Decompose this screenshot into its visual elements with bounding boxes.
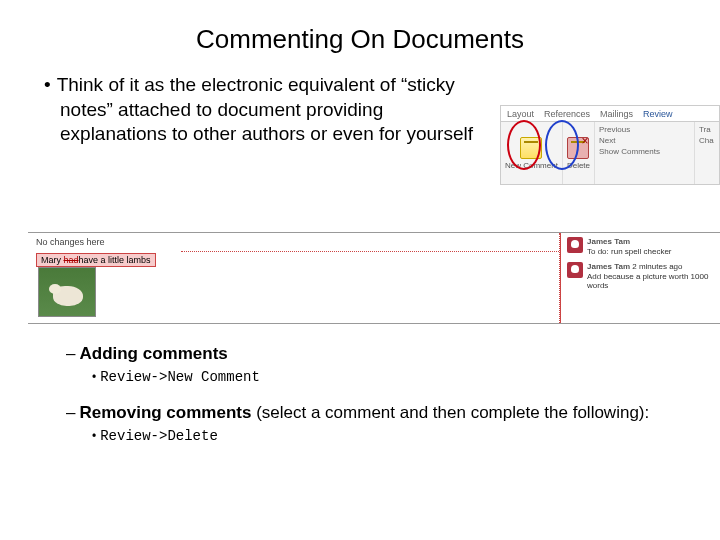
tab-review: Review — [643, 109, 673, 119]
tracking-label: Tra — [699, 124, 715, 135]
comment-1: James Tam To do: run spell checker — [567, 237, 714, 256]
lamb-image — [38, 267, 96, 317]
delete-label: Delete — [567, 161, 590, 170]
slide-title: Commenting On Documents — [0, 0, 720, 73]
strikethrough-text: had — [64, 255, 79, 265]
previous-label: Previous — [599, 124, 690, 135]
main-bullet-text: Think of it as the electronic equivalent… — [57, 74, 473, 144]
next-label: Next — [599, 135, 690, 146]
tab-mailings: Mailings — [600, 109, 633, 119]
removing-item: •Review->Delete — [60, 427, 680, 444]
tab-references: References — [544, 109, 590, 119]
ribbon-tabs: Layout References Mailings Review — [501, 106, 719, 122]
new-comment-label: New Comment — [505, 161, 558, 170]
show-comments-label: Show Comments — [599, 146, 690, 157]
adding-item: •Review->New Comment — [60, 368, 680, 385]
ribbon-right-group: Previous Next Show Comments — [595, 122, 694, 184]
comment-2-time: 2 minutes ago — [632, 262, 682, 271]
comment-1-author: James Tam — [587, 237, 672, 247]
changes-label: Cha — [699, 135, 715, 146]
new-comment-icon — [520, 137, 542, 159]
comment-2-author: James Tam — [587, 262, 630, 271]
document-example: No changes here Mary hadhave a little la… — [28, 232, 720, 324]
doc-line-2-highlighted: Mary hadhave a little lambs — [36, 253, 156, 267]
ribbon-far-group: Tra Cha — [695, 122, 719, 184]
avatar-icon — [567, 262, 583, 278]
lower-content: –Adding comments •Review->New Comment –R… — [60, 344, 680, 462]
new-comment-button: New Comment — [501, 122, 562, 184]
comment-2: James Tam 2 minutes ago Add because a pi… — [567, 262, 714, 291]
delete-icon — [567, 137, 589, 159]
removing-heading: –Removing comments (select a comment and… — [60, 403, 680, 423]
avatar-icon — [567, 237, 583, 253]
doc-line-1: No changes here — [36, 237, 551, 247]
comment-connector — [181, 251, 561, 252]
comment-1-text: To do: run spell checker — [587, 247, 672, 257]
delete-button: Delete — [563, 122, 594, 184]
comments-pane: James Tam To do: run spell checker James… — [560, 233, 720, 323]
comment-2-text: Add because a picture worth 1000 words — [587, 272, 714, 291]
bullet-dot: • — [44, 74, 57, 95]
adding-heading: –Adding comments — [60, 344, 680, 364]
ribbon-screenshot: Layout References Mailings Review New Co… — [500, 105, 720, 185]
document-body: No changes here Mary hadhave a little la… — [28, 233, 560, 323]
tab-layout: Layout — [507, 109, 534, 119]
